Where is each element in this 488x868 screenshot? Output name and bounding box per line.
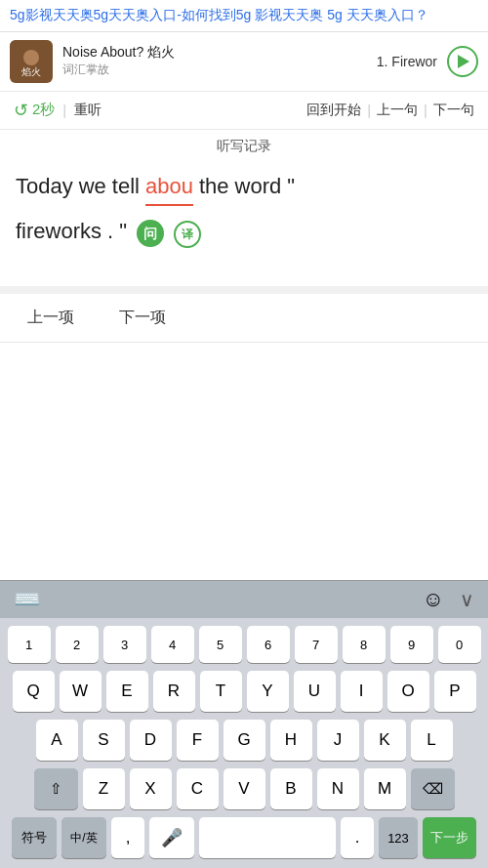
next-item-button[interactable]: 下一项	[111, 304, 174, 332]
replay-icon: ↺	[14, 100, 28, 121]
key-c[interactable]: C	[177, 768, 219, 809]
play-button[interactable]	[447, 46, 478, 77]
dictation-header: 听写记录	[0, 130, 488, 159]
keyboard-icon[interactable]: ⌨️	[14, 587, 40, 612]
period-key[interactable]: .	[341, 817, 374, 858]
key-t[interactable]: T	[200, 671, 242, 712]
key-9[interactable]: 9	[390, 626, 433, 663]
top-banner: 5g影视天天奥5g天天奥入口-如何找到5g 影视天天奥 5g 天天奥入口？	[0, 0, 488, 32]
key-6[interactable]: 6	[247, 626, 290, 663]
key-v[interactable]: V	[224, 768, 265, 809]
key-m[interactable]: M	[364, 768, 406, 809]
key-5[interactable]: 5	[199, 626, 242, 663]
controls-left: ↺ 2秒 | 重听	[14, 100, 102, 121]
controls-row: ↺ 2秒 | 重听 回到开始 | 上一句 | 下一句	[0, 92, 488, 130]
thumbnail-image: 焰火	[10, 40, 53, 83]
sep1: |	[62, 102, 66, 118]
text-line-2: fireworks . " 问 译	[16, 214, 472, 249]
svg-text:焰火: 焰火	[21, 66, 41, 77]
back-to-start-button[interactable]: 回到开始	[306, 102, 361, 119]
lang-key[interactable]: 中/英	[61, 817, 106, 858]
chevron-down-icon[interactable]: ∨	[460, 588, 474, 611]
key-u[interactable]: U	[294, 671, 336, 712]
key-f[interactable]: F	[177, 720, 219, 761]
key-8[interactable]: 8	[343, 626, 386, 663]
audio-subtitle: 词汇掌故	[62, 62, 377, 78]
nav-bar: 上一项 下一项	[0, 294, 488, 343]
backspace-key[interactable]: ⌫	[411, 768, 455, 809]
asdf-row: A S D F G H J K L	[6, 720, 482, 761]
word-today: Today	[16, 169, 73, 203]
next-sentence-button[interactable]: 下一句	[433, 102, 474, 119]
key-4[interactable]: 4	[151, 626, 194, 663]
space-key[interactable]	[199, 817, 336, 858]
play-icon	[458, 55, 469, 68]
audio-info: Noise About? 焰火 词汇掌故	[62, 44, 377, 78]
key-x[interactable]: X	[130, 768, 172, 809]
key-a[interactable]: A	[36, 720, 78, 761]
key-r[interactable]: R	[153, 671, 195, 712]
key-s[interactable]: S	[83, 720, 125, 761]
prev-sentence-button[interactable]: 上一句	[377, 102, 418, 119]
key-p[interactable]: P	[434, 671, 476, 712]
key-z[interactable]: Z	[83, 768, 125, 809]
delay-label: 2秒	[32, 101, 55, 119]
keyboard-area: ⌨️ ☺ ∨ 1 2 3 4 5 6 7 8 9 0 Q W E R T Y U	[0, 580, 488, 868]
zxcv-row: ⇧ Z X C V B N M ⌫	[6, 768, 482, 809]
audio-title: Noise About? 焰火	[62, 44, 377, 62]
key-g[interactable]: G	[224, 720, 265, 761]
shift-key[interactable]: ⇧	[34, 768, 78, 809]
key-e[interactable]: E	[106, 671, 148, 712]
key-o[interactable]: O	[387, 671, 429, 712]
audio-thumbnail: 焰火	[10, 40, 53, 83]
controls-right: 回到开始 | 上一句 | 下一句	[306, 102, 474, 119]
key-y[interactable]: Y	[247, 671, 289, 712]
key-w[interactable]: W	[60, 671, 102, 712]
key-n[interactable]: N	[317, 768, 359, 809]
key-j[interactable]: J	[317, 720, 359, 761]
sep2: |	[367, 102, 371, 118]
key-rows: 1 2 3 4 5 6 7 8 9 0 Q W E R T Y U I O P …	[0, 618, 488, 868]
key-k[interactable]: K	[364, 720, 406, 761]
key-7[interactable]: 7	[295, 626, 338, 663]
number-row: 1 2 3 4 5 6 7 8 9 0	[6, 626, 482, 663]
translate-icon[interactable]: 译	[174, 221, 201, 248]
audio-track: 1. Firewor	[377, 54, 437, 69]
text-area: Today we tell abou the word " fireworks …	[0, 159, 488, 286]
key-i[interactable]: I	[341, 671, 383, 712]
word-the: the	[199, 169, 229, 203]
keyboard-toolbar: ⌨️ ☺ ∨	[0, 580, 488, 618]
sep3: |	[424, 102, 427, 118]
num-key[interactable]: 123	[379, 817, 418, 858]
word-period: .	[107, 214, 113, 248]
word-fireworks: fireworks	[16, 214, 102, 248]
comma-key[interactable]: ,	[111, 817, 144, 858]
word-we: we	[79, 169, 106, 203]
key-2[interactable]: 2	[56, 626, 99, 663]
key-3[interactable]: 3	[103, 626, 146, 663]
key-h[interactable]: H	[270, 720, 312, 761]
text-line-1: Today we tell abou the word "	[16, 169, 472, 206]
bottom-row: 符号 中/英 , 🎤 . 123 下一步	[6, 817, 482, 858]
prev-item-button[interactable]: 上一项	[20, 304, 82, 332]
word-abou: abou	[145, 169, 193, 206]
word-tell: tell	[112, 169, 140, 203]
symbols-key[interactable]: 符号	[12, 817, 57, 858]
svg-point-1	[23, 50, 39, 65]
replay-button[interactable]: 重听	[74, 102, 102, 119]
question-icon[interactable]: 问	[137, 220, 164, 247]
audio-player: 焰火 Noise About? 焰火 词汇掌故 1. Firewor	[0, 32, 488, 92]
key-0[interactable]: 0	[438, 626, 481, 663]
banner-title[interactable]: 5g影视天天奥5g天天奥入口-如何找到5g 影视天天奥 5g 天天奥入口？	[10, 7, 428, 22]
word-quote-open: "	[287, 169, 295, 203]
key-q[interactable]: Q	[13, 671, 55, 712]
key-b[interactable]: B	[270, 768, 312, 809]
key-l[interactable]: L	[411, 720, 453, 761]
toolbar-right: ☺ ∨	[423, 587, 474, 612]
key-d[interactable]: D	[130, 720, 172, 761]
mic-key[interactable]: 🎤	[149, 817, 194, 858]
emoji-icon[interactable]: ☺	[423, 587, 444, 612]
next-step-key[interactable]: 下一步	[423, 817, 476, 858]
qwerty-row: Q W E R T Y U I O P	[6, 671, 482, 712]
key-1[interactable]: 1	[8, 626, 51, 663]
